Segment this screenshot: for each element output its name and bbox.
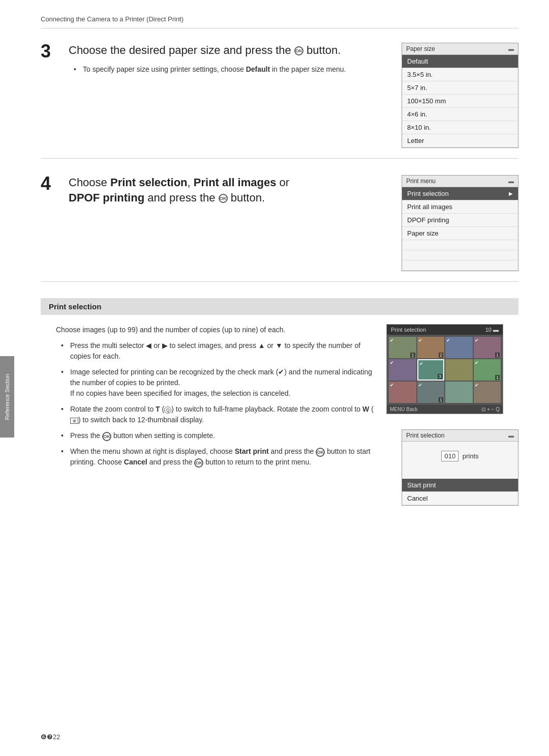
paper-size-item-6: Letter	[402, 134, 518, 148]
thumb-8: ✔ 1	[474, 359, 501, 381]
card-icon-3: ▬	[508, 432, 514, 439]
thumb-footer-right: ⊡ + − Q	[481, 406, 500, 412]
paper-size-screen: Paper size ▬ Default 3.5×5 in. 5×7 in. 1…	[402, 43, 518, 148]
sidebar-label: Reference Section	[4, 374, 10, 420]
cancel-item: Cancel	[402, 492, 518, 505]
thumb-7	[445, 359, 473, 381]
ok-icon-4: OK	[316, 448, 325, 457]
page-number: ❻❼22	[41, 733, 60, 741]
bullet-4: Press the OK button when setting is comp…	[61, 430, 376, 441]
bullet-3: Rotate the zoom control to T (Q) to swit…	[61, 404, 376, 425]
start-print-item: Start print	[402, 479, 518, 492]
bullet-1: Press the multi selector ◀ or ▶ to selec…	[61, 340, 376, 362]
screen-title: Paper size	[406, 45, 435, 52]
thumb-4: ✔ 1	[474, 337, 501, 358]
print-sel-dialog-screen: Print selection ▬ 010 prints Start print…	[402, 429, 518, 506]
print-selection-label: Print selection	[110, 176, 188, 189]
paper-size-item-0: Default	[402, 55, 518, 68]
thumb-count: 10 ▬	[485, 327, 499, 333]
paper-size-item-1: 3.5×5 in.	[402, 68, 518, 81]
dpof-label: DPOF printing	[69, 191, 144, 204]
print-all-label: Print all images	[194, 176, 277, 189]
step-4-title: Choose Print selection, Print all images…	[69, 175, 386, 205]
print-menu-item-1: Print all images	[402, 200, 518, 214]
screen-header: Paper size ▬	[402, 43, 518, 55]
count-box: 010	[441, 451, 459, 461]
print-menu-empty-2	[402, 250, 518, 260]
step-3-bullets: To specify paper size using printer sett…	[69, 64, 386, 75]
thumb-title: Print selection	[391, 327, 426, 333]
ok-button-icon: OK	[294, 46, 303, 55]
page-num-text: ❻❼22	[41, 733, 60, 741]
paper-size-item-4: 4×6 in.	[402, 108, 518, 121]
print-sel-text: Choose images (up to 99) and the number …	[56, 324, 386, 473]
thumb-footer-left: MENU Back	[390, 406, 417, 412]
thumb-2: ✔ 2	[417, 337, 445, 358]
step-4-number: 4	[41, 173, 69, 194]
print-menu-header: Print menu ▬	[402, 176, 518, 187]
print-count-area: 010 prints	[402, 442, 518, 471]
print-selection-header: Print selection	[41, 298, 518, 315]
print-menu-empty-3	[402, 260, 518, 271]
step-3-number: 3	[41, 41, 69, 62]
print-menu-item-0: Print selection	[402, 187, 518, 200]
ok-button-icon-2: OK	[219, 194, 228, 203]
print-sel-dialog-header: Print selection ▬	[402, 430, 518, 442]
step-3-content: Choose the desired paper size and press …	[69, 43, 386, 78]
card-icon-2: ▬	[508, 178, 514, 184]
print-menu-empty-1	[402, 240, 518, 250]
count-suffix: prints	[463, 452, 479, 460]
paper-size-item-2: 5×7 in.	[402, 81, 518, 95]
thumb-10: ✔ 1	[417, 382, 445, 403]
thumb-3: ✔	[445, 337, 473, 358]
print-selection-section: Print selection Choose images (up to 99)…	[41, 298, 518, 506]
ok-icon-3: OK	[102, 432, 111, 441]
card-icon: ▬	[508, 46, 514, 52]
step-3-title: Choose the desired paper size and press …	[69, 43, 386, 58]
step-4-content: Choose Print selection, Print all images…	[69, 175, 386, 211]
thumb-9: ✔	[389, 382, 416, 403]
print-sel-intro: Choose images (up to 99) and the number …	[56, 324, 376, 335]
print-sel-empty	[402, 471, 518, 479]
ok-icon-5: OK	[194, 458, 203, 468]
step-4-section: 4 Choose Print selection, Print all imag…	[41, 175, 518, 282]
print-menu-item-2: DPOF printing	[402, 214, 518, 227]
thumb-6: ✔ 3	[417, 359, 445, 381]
print-menu-screen: Print menu ▬ Print selection Print all i…	[402, 175, 518, 271]
thumb-grid: ✔ 1 ✔ 2 ✔ ✔ 1	[387, 335, 503, 405]
print-menu-title: Print menu	[406, 178, 436, 185]
print-sel-dialog-title: Print selection	[406, 432, 444, 439]
bullet-2: Image selected for printing can be recog…	[61, 367, 376, 399]
paper-size-item-5: 8×10 in.	[402, 121, 518, 134]
thumb-11	[445, 382, 473, 403]
reference-section-tab: Reference Section	[0, 356, 14, 438]
print-menu-item-3: Paper size	[402, 227, 518, 240]
thumb-header: Print selection 10 ▬	[387, 325, 503, 335]
step-3-section: 3 Choose the desired paper size and pres…	[41, 43, 518, 159]
bullet-5: When the menu shown at right is displaye…	[61, 446, 376, 468]
thumbnail-screen: Print selection 10 ▬ ✔ 1 ✔	[386, 324, 503, 414]
thumb-footer: MENU Back ⊡ + − Q	[387, 405, 503, 414]
step-3-bullet-1: To specify paper size using printer sett…	[74, 64, 386, 75]
breadcrumb: Connecting the Camera to a Printer (Dire…	[41, 15, 518, 28]
paper-size-item-3: 100×150 mm	[402, 95, 518, 108]
thumb-5: ✔	[389, 359, 416, 381]
page: Reference Section Connecting the Camera …	[0, 0, 549, 756]
print-sel-bullets: Press the multi selector ◀ or ▶ to selec…	[56, 340, 376, 468]
print-sel-body: Choose images (up to 99) and the number …	[41, 324, 518, 506]
thumb-1: ✔ 1	[389, 337, 416, 358]
thumb-12: ✔	[474, 382, 501, 403]
